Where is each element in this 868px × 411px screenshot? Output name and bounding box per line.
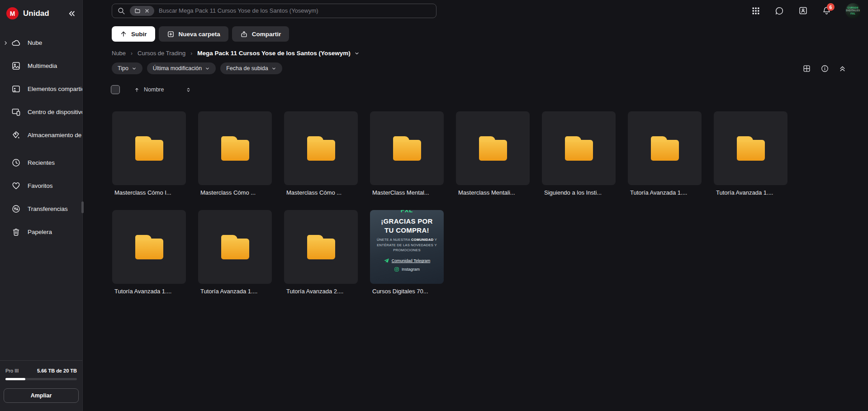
heart-icon	[11, 181, 21, 191]
breadcrumb-current[interactable]: Mega Pack 11 Cursos Yose de los Santos (…	[197, 50, 359, 57]
sidebar-item-recientes[interactable]: Recientes	[0, 151, 82, 174]
filter-type-chip[interactable]: Tipo	[112, 62, 142, 74]
image-thumbnail[interactable]: FXL ¡GRACIAS POR TU COMPRA! ÚNETE A NUES…	[370, 210, 444, 284]
devices-icon	[11, 107, 21, 117]
sort-direction-toggle[interactable]	[185, 87, 191, 93]
sidebar-item-multimedia[interactable]: Multimedia	[0, 54, 82, 77]
telegram-icon	[384, 258, 389, 264]
info-icon[interactable]	[821, 64, 829, 73]
folder-tile[interactable]	[284, 210, 358, 284]
upload-button[interactable]: Subir	[112, 26, 155, 42]
grid-view-icon[interactable]	[802, 64, 811, 73]
item-name: Masterclass Cómo ...	[284, 189, 358, 196]
grid-item[interactable]: Tutoría Avanzada 1....	[628, 111, 702, 196]
folder-tile[interactable]	[542, 111, 616, 185]
sidebar-item-elementos-compartidos[interactable]: Elementos compartidos	[0, 77, 82, 100]
sidebar-item-label: Transferencias	[28, 206, 68, 212]
topbar-icons: 6 CURSOS DIGITALES FXL	[751, 3, 861, 19]
grid-item[interactable]: Masterclass Cómo ...	[198, 111, 272, 196]
trash-icon	[11, 227, 21, 237]
folder-tile[interactable]	[198, 210, 272, 284]
item-name: Tutoría Avanzada 2....	[284, 288, 358, 295]
grid-item[interactable]: Siguiendo a los Insti...	[542, 111, 616, 196]
avatar[interactable]: CURSOS DIGITALES FXL	[845, 3, 861, 19]
folder-icon	[565, 140, 593, 161]
search-bar[interactable]	[112, 4, 436, 18]
main-content: 6 CURSOS DIGITALES FXL Subir Nueva carpe…	[83, 0, 868, 411]
folder-icon	[307, 140, 335, 161]
apps-grid-icon[interactable]	[751, 6, 760, 15]
shared-items-icon	[11, 84, 21, 94]
item-name: Cursos Digitales 70...	[370, 288, 444, 295]
promo-title: ¡GRACIAS POR TU COMPRA!	[381, 217, 432, 234]
sidebar-item-favoritos[interactable]: Favoritos	[0, 174, 82, 197]
mega-logo[interactable]: M	[6, 7, 19, 19]
grid-item[interactable]: MasterClass Mental...	[370, 111, 444, 196]
item-name: MasterClass Mental...	[370, 189, 444, 196]
chat-icon[interactable]	[774, 6, 784, 16]
sidebar-item-label: Almacenamiento de objetos	[28, 132, 82, 139]
grid-item[interactable]: Tutoría Avanzada 1....	[112, 210, 186, 295]
search-input[interactable]	[159, 7, 431, 14]
folder-outline-icon	[134, 8, 141, 14]
list-header: Nombre	[83, 74, 868, 94]
grid-item[interactable]: Masterclass Cómo ...	[284, 111, 358, 196]
folder-tile[interactable]	[198, 111, 272, 185]
folder-icon	[135, 140, 163, 161]
select-all-checkbox[interactable]	[111, 85, 120, 94]
chevron-right-icon[interactable]	[3, 40, 8, 45]
grid-item[interactable]: Tutoría Avanzada 1....	[714, 111, 787, 196]
sidebar-item-label: Centro de dispositivos	[28, 109, 82, 115]
sidebar-resize-handle[interactable]	[81, 201, 84, 213]
sidebar-item-nube[interactable]: Nube	[0, 31, 82, 54]
folder-tile[interactable]	[370, 111, 444, 185]
folder-tile[interactable]	[284, 111, 358, 185]
close-icon[interactable]	[144, 8, 150, 14]
plan-name: Pro III	[5, 368, 19, 373]
breadcrumb: Nube › Cursos de Trading › Mega Pack 11 …	[83, 42, 868, 57]
item-name: Tutoría Avanzada 1....	[628, 189, 702, 196]
collapse-panel-icon[interactable]	[839, 65, 846, 72]
object-storage-icon	[11, 130, 21, 140]
action-toolbar: Subir Nueva carpeta Compartir	[83, 21, 868, 42]
share-button[interactable]: Compartir	[232, 26, 289, 42]
folder-icon	[737, 140, 765, 161]
sidebar-item-almacenamiento-de-objetos[interactable]: Almacenamiento de objetos	[0, 124, 82, 147]
breadcrumb-root[interactable]: Nube	[112, 50, 126, 57]
upgrade-button[interactable]: Ampliar	[4, 388, 79, 403]
folder-tile[interactable]	[628, 111, 702, 185]
storage-footer: Pro III 5.66 TB de 20 TB Ampliar	[0, 360, 82, 411]
breadcrumb-separator: ›	[190, 50, 192, 57]
grid-item[interactable]: Tutoría Avanzada 2....	[284, 210, 358, 295]
chevron-down-icon	[132, 66, 137, 71]
grid-item[interactable]: Masterclass Cómo I...	[112, 111, 186, 196]
folder-tile[interactable]	[112, 111, 186, 185]
filter-modified-chip[interactable]: Última modificación	[147, 62, 216, 74]
sidebar-item-transferencias[interactable]: Transferencias	[0, 197, 82, 220]
image-icon	[11, 61, 21, 71]
sidebar-item-label: Nube	[28, 39, 42, 46]
folder-tile[interactable]	[456, 111, 530, 185]
search-scope-chip[interactable]	[130, 6, 154, 16]
filter-upload-date-chip[interactable]: Fecha de subida	[220, 62, 282, 74]
sort-by-name[interactable]: Nombre	[134, 86, 164, 93]
sidebar-collapse-button[interactable]	[68, 10, 76, 18]
sidebar-nav: Nube Multimedia Elementos compartidos Ce…	[0, 31, 82, 360]
notifications-bell[interactable]: 6	[822, 6, 831, 15]
breadcrumb-parent[interactable]: Cursos de Trading	[138, 50, 185, 57]
new-folder-button[interactable]: Nueva carpeta	[159, 26, 228, 42]
sidebar-item-centro-de-dispositivos[interactable]: Centro de dispositivos	[0, 100, 82, 124]
page-title: Unidad	[23, 9, 49, 18]
grid-item[interactable]: Tutoría Avanzada 1....	[198, 210, 272, 295]
sidebar-item-papelera[interactable]: Papelera	[0, 220, 82, 244]
grid-item[interactable]: FXL ¡GRACIAS POR TU COMPRA! ÚNETE A NUES…	[370, 210, 444, 295]
filter-bar: Tipo Última modificación Fecha de subida	[83, 57, 868, 74]
contacts-icon[interactable]	[798, 6, 808, 15]
grid-item[interactable]: Masterclass Mentali...	[456, 111, 530, 196]
folder-tile[interactable]	[112, 210, 186, 284]
folder-icon	[221, 239, 249, 259]
folder-tile[interactable]	[714, 111, 787, 185]
folder-icon	[221, 140, 249, 161]
sidebar-item-label: Papelera	[28, 229, 52, 235]
item-name: Tutoría Avanzada 1....	[112, 288, 186, 295]
